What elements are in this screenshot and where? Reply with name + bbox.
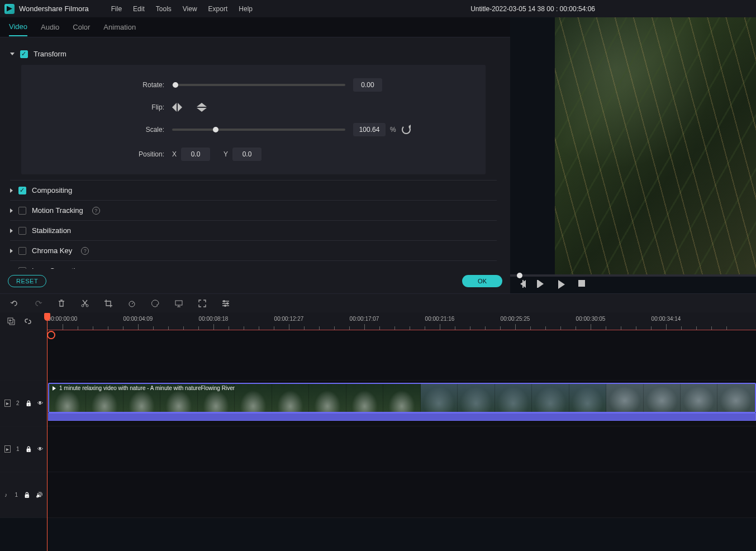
section-compositing-header[interactable]: Compositing [10,186,497,194]
reset-scale-icon[interactable] [402,125,411,134]
position-y-input[interactable] [232,148,261,161]
position-x-input[interactable] [181,148,210,161]
section-chroma-key-header[interactable]: Chroma Key ? [10,246,497,255]
caret-right-icon [10,229,13,233]
link-icon[interactable] [23,317,32,326]
menu-help[interactable]: Help [233,5,258,13]
menu-export[interactable]: Export [203,5,234,13]
add-track-icon[interactable] [7,317,16,326]
flip-horizontal-icon[interactable] [172,103,183,112]
checkbox-lens-correction[interactable] [18,267,26,269]
delete-icon[interactable] [57,299,66,308]
fullscreen-icon[interactable] [198,299,207,308]
menu-file[interactable]: File [106,5,127,13]
stop-icon[interactable] [578,280,585,287]
undo-icon[interactable] [10,299,19,308]
properties-panel: Video Audio Color Animation Transform Ro… [0,17,510,293]
track-a1-num: 1 [15,492,18,498]
checkbox-compositing[interactable] [18,187,26,194]
tab-animation[interactable]: Animation [103,18,136,36]
play-icon[interactable] [558,280,566,289]
preview-scrubber[interactable] [510,274,756,277]
menu-edit[interactable]: Edit [127,5,150,13]
section-chroma-key-label: Chroma Key [32,246,72,255]
settings-icon[interactable] [221,299,230,308]
track-v1-num: 1 [16,446,20,452]
help-icon[interactable]: ? [92,207,100,215]
section-transform-header[interactable]: Transform [10,50,497,58]
caret-right-icon [10,188,13,193]
tab-audio[interactable]: Audio [41,18,59,36]
section-compositing-label: Compositing [32,186,72,194]
lock-icon[interactable] [25,446,32,453]
checkbox-transform[interactable] [20,50,28,58]
caret-right-icon [10,208,13,213]
preview-viewport[interactable] [555,17,756,274]
project-title: Untitle-2022-03-05 14 38 00 : 00:00:54:0… [470,5,595,13]
checkbox-motion-tracking[interactable] [18,207,26,215]
speaker-icon[interactable] [36,492,42,498]
playhead-marker-icon[interactable] [47,331,54,343]
track-v1-head: 1 [0,426,47,472]
next-frame-icon[interactable] [538,280,546,288]
position-label: Position: [38,150,172,158]
ruler-tick-label: 00:00:12:27 [274,316,304,322]
checkbox-stabilization[interactable] [18,227,26,235]
ruler-tick-label: 00:00:25:25 [501,316,530,322]
section-motion-tracking-label: Motion Tracking [32,206,83,215]
timeline-ruler[interactable]: 00:00:00:0000:00:04:0900:00:08:1800:00:1… [47,312,756,330]
playhead[interactable] [47,313,47,551]
x-label: X [172,150,177,158]
eye-icon[interactable] [37,446,43,453]
slider-thumb-icon[interactable] [173,82,178,88]
scrub-thumb-icon[interactable] [517,273,522,278]
rotate-label: Rotate: [38,81,172,89]
cut-icon[interactable] [80,299,89,308]
track-v2-num: 2 [16,400,20,406]
lock-icon[interactable] [25,400,32,407]
ruler-tick-label: 00:00:00:00 [48,316,78,322]
crop-icon[interactable] [104,299,113,308]
ruler-tick-label: 00:00:21:16 [425,316,455,322]
app-logo-icon [4,4,15,14]
ruler-tick-label: 00:00:34:14 [652,316,681,322]
scale-slider[interactable] [172,129,345,131]
help-icon[interactable]: ? [81,247,89,255]
video-track-icon [4,446,11,453]
flip-label: Flip: [38,103,172,111]
title-bar: Wondershare Filmora File Edit Tools View… [0,0,756,17]
audio-track-icon [4,492,9,498]
rotate-slider[interactable] [172,84,345,86]
tab-color[interactable]: Color [73,18,90,36]
section-transform-label: Transform [34,50,66,58]
ok-button[interactable]: OK [462,275,502,287]
section-motion-tracking-header[interactable]: Motion Tracking ? [10,206,497,215]
track-spacer-head [0,330,47,380]
redo-icon[interactable] [34,299,42,308]
menu-view[interactable]: View [177,5,203,13]
section-stabilization-header[interactable]: Stabilization [10,226,497,235]
svg-point-4 [224,300,225,302]
reset-button[interactable]: RESET [8,275,46,287]
speed-icon[interactable] [127,299,136,308]
prev-frame-icon[interactable] [518,280,526,288]
timeline-clip[interactable]: 1 minute relaxing video with nature - A … [48,383,756,413]
caret-down-icon [10,53,15,55]
track-a1-head: 1 [0,472,47,517]
lock-icon[interactable] [23,492,30,498]
clip-audio-strip[interactable] [48,413,756,421]
section-stabilization-label: Stabilization [32,226,71,235]
rotate-input[interactable] [353,78,382,92]
eye-icon[interactable] [37,400,43,407]
color-icon[interactable] [151,299,160,308]
slider-thumb-icon[interactable] [213,127,218,132]
scale-label: Scale: [38,126,172,134]
tab-video[interactable]: Video [9,18,27,36]
scale-input[interactable] [353,123,386,136]
greenscreen-icon[interactable] [174,299,183,308]
y-label: Y [224,150,228,158]
checkbox-chroma-key[interactable] [18,247,26,255]
preview-panel [510,17,756,293]
menu-tools[interactable]: Tools [150,5,177,13]
flip-vertical-icon[interactable] [197,103,208,112]
